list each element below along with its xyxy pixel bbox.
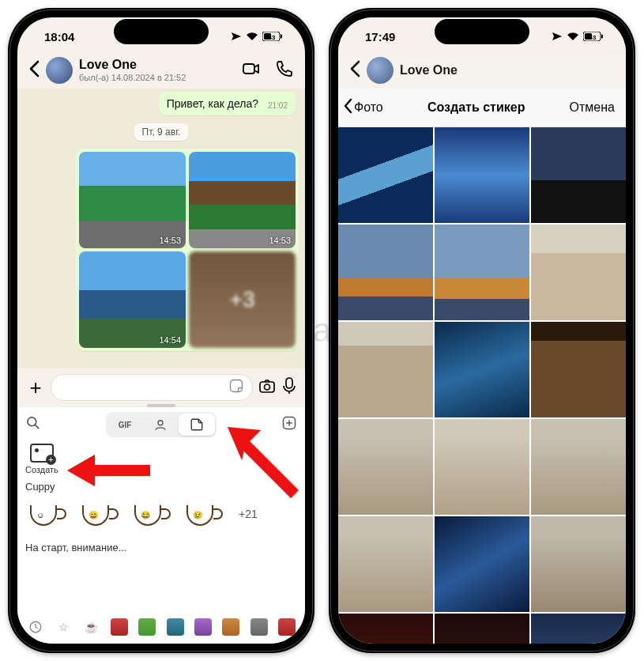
photo-cell[interactable] xyxy=(338,614,433,644)
status-time: 17:49 xyxy=(365,30,395,43)
back-icon[interactable] xyxy=(349,59,360,83)
battery-icon: 43 xyxy=(262,32,283,41)
thumb-time: 14:53 xyxy=(159,236,181,245)
contact-name: Love One xyxy=(400,63,615,77)
sticker-item[interactable]: 😂 xyxy=(130,497,171,531)
photo-cell[interactable] xyxy=(435,322,529,417)
picker-back-label: Фото xyxy=(354,100,383,115)
photo-album[interactable]: 14:53 14:53 14:54 +3 xyxy=(76,149,299,351)
attach-icon[interactable]: + xyxy=(25,376,46,400)
sticker-pack-name: На старт, внимание... xyxy=(25,542,297,553)
tray-pack-icon[interactable] xyxy=(167,618,184,636)
photo-cell[interactable] xyxy=(338,419,433,515)
seg-gif[interactable]: GIF xyxy=(107,414,143,436)
type-segment[interactable]: GIF xyxy=(106,412,217,437)
photo-cell[interactable] xyxy=(338,127,433,223)
voice-call-icon[interactable] xyxy=(275,59,294,81)
contact-last-seen: был(-а) 14.08.2024 в 21:52 xyxy=(79,73,235,83)
chat-body[interactable]: Привет, как дела? 21:02 Пт, 9 авг. 14:53… xyxy=(17,89,305,368)
tray-pack-icon[interactable] xyxy=(111,618,128,636)
contact-name: Love One xyxy=(79,58,235,72)
photo-cell[interactable] xyxy=(531,419,626,515)
svg-rect-5 xyxy=(231,380,243,392)
svg-rect-15 xyxy=(601,35,603,39)
photo-cell[interactable] xyxy=(435,225,529,320)
album-thumb[interactable]: 14:54 xyxy=(79,251,186,348)
notch xyxy=(435,19,529,44)
photo-cell[interactable] xyxy=(531,516,626,612)
svg-text:43: 43 xyxy=(589,34,597,41)
photo-cell[interactable] xyxy=(338,516,433,612)
annotation-arrow-icon xyxy=(220,419,307,509)
message-text: Привет, как дела? xyxy=(167,97,258,110)
svg-rect-4 xyxy=(243,64,254,74)
chevron-left-icon xyxy=(343,96,352,119)
annotation-arrow-icon xyxy=(63,451,158,493)
thumb-time: 14:53 xyxy=(269,236,291,245)
back-icon[interactable] xyxy=(28,59,40,83)
thumb-more-count: +3 xyxy=(189,251,296,348)
search-icon[interactable] xyxy=(25,415,47,435)
sticker-mini-icon[interactable] xyxy=(228,378,244,397)
camera-icon[interactable] xyxy=(258,376,277,398)
notch xyxy=(114,19,209,44)
photo-cell[interactable] xyxy=(531,614,626,644)
photo-cell[interactable] xyxy=(531,127,626,223)
avatar[interactable] xyxy=(46,57,73,84)
svg-point-10 xyxy=(158,421,163,425)
svg-rect-8 xyxy=(286,378,292,388)
sticker-item[interactable]: ☺ xyxy=(25,497,66,531)
favorites-icon[interactable]: ☆ xyxy=(55,618,72,636)
svg-rect-6 xyxy=(260,382,274,392)
chat-header: Love One был(-а) 14.08.2024 в 21:52 xyxy=(17,55,305,89)
tray-pack-icon[interactable] xyxy=(278,618,296,636)
album-thumb[interactable]: 14:53 xyxy=(189,152,296,248)
status-time: 18:04 xyxy=(44,30,74,43)
wifi-icon xyxy=(567,32,579,41)
mic-icon[interactable] xyxy=(281,376,297,398)
input-row: + xyxy=(17,368,305,406)
drag-handle-icon[interactable] xyxy=(147,404,175,407)
photo-cell[interactable] xyxy=(531,225,626,320)
album-thumb[interactable]: 14:53 xyxy=(79,152,186,248)
picker-title: Создать стикер xyxy=(427,100,525,115)
status-icons: 43 xyxy=(231,32,283,41)
tray-pack-icon[interactable] xyxy=(194,618,212,636)
status-icons: 43 xyxy=(552,32,604,41)
thumb-time: 14:54 xyxy=(159,335,181,345)
recent-icon[interactable] xyxy=(27,618,44,636)
album-thumb-more[interactable]: +3 xyxy=(189,251,296,348)
photo-cell[interactable] xyxy=(435,516,529,612)
photo-cell[interactable] xyxy=(435,127,529,223)
avatar xyxy=(367,57,394,84)
date-separator: Пт, 9 авг. xyxy=(134,123,189,141)
video-call-icon[interactable] xyxy=(242,59,261,81)
sticker-item[interactable]: 😄 xyxy=(77,497,119,531)
svg-rect-2 xyxy=(281,35,282,39)
photo-grid[interactable] xyxy=(338,127,626,644)
photo-cell[interactable] xyxy=(338,225,433,320)
contact-info[interactable]: Love One был(-а) 14.08.2024 в 21:52 xyxy=(79,58,235,82)
create-sticker-button[interactable]: Создать xyxy=(25,444,58,474)
seg-avatar[interactable] xyxy=(142,414,179,436)
sticker-item[interactable]: 😢 xyxy=(182,497,223,531)
sticker-more-count[interactable]: +21 xyxy=(234,508,262,520)
picker-header: Фото Создать стикер Отмена xyxy=(338,89,626,127)
photo-cell[interactable] xyxy=(435,614,529,644)
photo-cell[interactable] xyxy=(435,419,529,515)
wifi-icon xyxy=(246,32,258,41)
photo-cell[interactable] xyxy=(531,322,626,417)
tray-pack-icon[interactable]: ☕ xyxy=(83,618,100,636)
battery-icon: 43 xyxy=(583,32,604,41)
message-input[interactable] xyxy=(51,374,253,401)
tray-pack-icon[interactable] xyxy=(250,618,268,636)
tray-pack-icon[interactable] xyxy=(222,618,239,636)
tray-pack-icon[interactable] xyxy=(138,618,156,636)
message-out[interactable]: Привет, как дела? 21:02 xyxy=(159,92,296,115)
picker-back-button[interactable]: Фото xyxy=(343,96,383,119)
airplane-icon xyxy=(231,32,242,41)
seg-sticker[interactable] xyxy=(179,414,215,436)
picker-cancel-button[interactable]: Отмена xyxy=(570,100,615,115)
photo-cell[interactable] xyxy=(338,322,433,417)
chat-header-under: Love One xyxy=(338,55,626,89)
